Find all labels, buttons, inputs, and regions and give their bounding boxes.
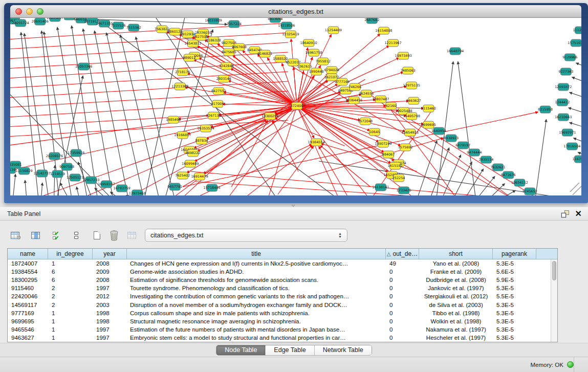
graph-node-teal[interactable]: 7632621	[491, 164, 506, 171]
table-cell[interactable]: 5.3E-5	[493, 285, 536, 291]
table-row[interactable]: 969969511998Structural magnetic resonanc…	[8, 317, 551, 325]
table-cell[interactable]: Estimation of the future numbers of pati…	[127, 326, 386, 333]
table-cell[interactable]: 18300295	[8, 277, 48, 283]
graph-node-yellow[interactable]: 7955812	[316, 58, 331, 65]
panel-resize-handle[interactable]	[291, 204, 296, 207]
table-cell[interactable]: Disruption of a novel member of a sodium…	[127, 302, 386, 308]
table-scrollbar[interactable]	[551, 259, 557, 342]
table-cell[interactable]: 0	[386, 310, 419, 316]
table-cell[interactable]: 5.9E-5	[493, 277, 536, 283]
table-cell[interactable]: 0	[386, 302, 419, 308]
table-cell[interactable]: 9777169	[8, 310, 48, 316]
column-header-year[interactable]: year	[93, 249, 127, 259]
graph-node-teal[interactable]: 1244412	[555, 99, 570, 106]
graph-node-yellow[interactable]: 15654923	[402, 129, 419, 136]
graph-node-teal[interactable]: 17016504	[563, 143, 580, 150]
graph-node-yellow[interactable]: 62160	[385, 102, 396, 110]
graph-node-teal[interactable]: 8938923	[444, 135, 459, 142]
close-window-button[interactable]	[15, 8, 22, 15]
graph-node-teal[interactable]: 10653267	[47, 18, 63, 21]
table-cell[interactable]: 2	[48, 293, 93, 299]
graph-node-yellow[interactable]: 917006	[211, 100, 224, 107]
graph-node-yellow[interactable]: 16961758	[306, 49, 322, 56]
graph-node-yellow[interactable]: 989012	[183, 54, 195, 61]
table-cell[interactable]: 5.3E-5	[493, 310, 536, 316]
graph-node-yellow[interactable]: 18907249	[375, 140, 391, 147]
graph-node-teal[interactable]: 6879197	[455, 142, 470, 149]
table-cell[interactable]: 5.3E-5	[493, 302, 536, 308]
graph-node-teal[interactable]: 15692971	[559, 129, 576, 136]
table-cell[interactable]: 1998	[93, 318, 127, 324]
table-cell[interactable]: 0	[386, 269, 419, 275]
graph-node-teal[interactable]: 19218506	[278, 22, 295, 29]
table-cell[interactable]: 9115460	[8, 285, 48, 291]
table-cell[interactable]: 1	[48, 335, 93, 341]
table-cell[interactable]: Corpus callosum shape and size in male p…	[127, 310, 386, 316]
graph-node-teal[interactable]: 16958107	[98, 181, 115, 188]
graph-node-teal[interactable]: 9227343	[558, 68, 573, 75]
graph-node-yellow[interactable]: 887834	[195, 137, 208, 144]
graph-node-yellow[interactable]: 19166857	[174, 132, 191, 139]
graph-node-yellow[interactable]: 6794028	[324, 67, 339, 74]
combo-stepper-icon[interactable]: ▲▼	[338, 232, 342, 238]
table-cell[interactable]: de Silva et al. (2003)	[419, 302, 493, 308]
graph-node-yellow[interactable]: 12213363	[171, 83, 188, 90]
table-cell[interactable]: 0	[386, 318, 419, 324]
table-cell[interactable]: 19384554	[8, 269, 48, 275]
table-cell[interactable]: Embryonic stem cells: a model to study s…	[127, 335, 386, 341]
table-settings-button[interactable]: ⚙	[8, 229, 21, 242]
graph-node-yellow[interactable]: 746266	[349, 83, 361, 91]
column-header-out_de[interactable]: △out_de…	[386, 249, 419, 259]
float-panel-icon[interactable]	[561, 210, 569, 217]
graph-node-yellow[interactable]: 9699695	[421, 121, 436, 128]
table-cell[interactable]: Structural magnetic resonance image aver…	[127, 318, 386, 324]
graph-node-yellow[interactable]: 16914479	[191, 173, 208, 180]
graph-node-yellow[interactable]: 252254	[393, 174, 405, 182]
table-cell[interactable]: 0	[386, 285, 419, 291]
table-cell[interactable]: 5.6E-5	[493, 269, 536, 275]
network-graph[interactable]: 1663394240557242069140610653267152760264…	[10, 18, 581, 195]
table-row[interactable]: 1456911722003Disruption of a novel membe…	[8, 300, 551, 309]
graph-node-yellow[interactable]: 2718176	[175, 69, 190, 76]
graph-node-teal[interactable]: 7515526	[111, 22, 126, 29]
table-cell[interactable]: 5.3E-5	[493, 318, 536, 324]
table-cell[interactable]: 14569117	[8, 302, 48, 308]
table-selector[interactable]: citations_edges.txt ▲▼	[145, 229, 347, 242]
table-cell[interactable]: Yano et al. (2008)	[419, 260, 493, 267]
table-cell[interactable]: 9699695	[8, 318, 48, 324]
delete-table-button[interactable]	[107, 229, 121, 242]
zoom-window-button[interactable]	[37, 8, 43, 15]
table-cell[interactable]: Jankovic et al. (1997)	[419, 285, 493, 291]
graph-node-teal[interactable]: 12505123	[67, 174, 83, 181]
graph-node-yellow[interactable]: 7485063	[401, 67, 416, 74]
tab-network-table[interactable]: Network Table	[315, 345, 372, 355]
graph-node-yellow[interactable]: 10973493	[395, 52, 412, 59]
table-cell[interactable]: 22420046	[8, 293, 48, 299]
row-height-button[interactable]	[70, 229, 83, 242]
table-row[interactable]: 1872400712008Changes of HCN gene express…	[8, 259, 551, 268]
table-row[interactable]: 2242004622012Investigating the contribut…	[8, 292, 551, 300]
graph-node-teal[interactable]: 17957233	[82, 177, 99, 184]
graph-node-teal[interactable]: 20206576	[46, 152, 63, 160]
graph-node-yellow[interactable]: 12325419	[282, 31, 299, 38]
minimize-window-button[interactable]	[26, 8, 33, 15]
column-header-title[interactable]: title	[127, 249, 386, 259]
table-row[interactable]: 946362711997Embryonic stem cells: a mode…	[8, 334, 551, 342]
table-cell[interactable]: 1	[48, 310, 93, 316]
graph-node-teal[interactable]: 15718485	[204, 184, 221, 191]
table-row[interactable]: 977716911998Corpus callosum shape and si…	[8, 309, 551, 317]
graph-node-yellow[interactable]: 7575692	[398, 144, 413, 151]
graph-node-teal[interactable]: 2935114	[478, 156, 493, 163]
graph-node-yellow[interactable]: 9463627	[406, 97, 421, 104]
table-cell[interactable]: 2009	[93, 269, 127, 275]
graph-node-teal[interactable]: 8813054	[268, 18, 282, 23]
graph-node-yellow[interactable]: 11254409	[325, 27, 342, 34]
table-cell[interactable]: 0	[386, 293, 419, 299]
tab-node-table[interactable]: Node Table	[216, 345, 266, 355]
table-cell[interactable]: 2	[48, 302, 93, 308]
table-scrollbar-thumb[interactable]	[552, 261, 556, 280]
graph-node-yellow[interactable]: 8427552	[211, 87, 226, 95]
table-cell[interactable]: 1	[48, 318, 93, 324]
graph-node-yellow[interactable]: 18640910	[300, 39, 317, 47]
graph-node-yellow[interactable]: 8186328	[206, 37, 221, 44]
